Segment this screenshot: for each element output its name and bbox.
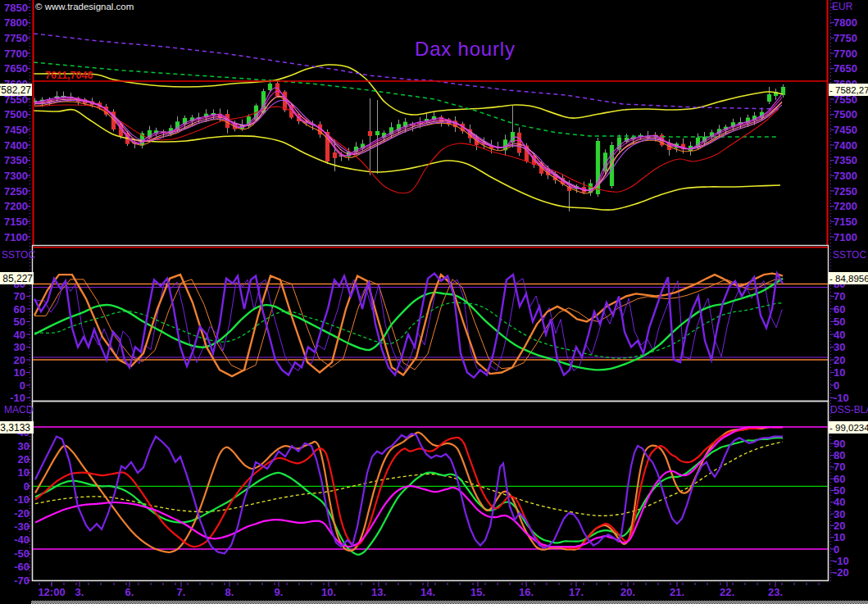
- svg-text:7300: 7300: [834, 170, 857, 182]
- svg-text:70: 70: [834, 461, 845, 473]
- svg-text:85,227: 85,227: [2, 273, 33, 284]
- svg-text:0: 0: [834, 543, 839, 556]
- svg-text:14.: 14.: [420, 586, 435, 598]
- svg-text:-10: -10: [834, 555, 849, 567]
- svg-text:7400: 7400: [4, 139, 28, 152]
- svg-text:7100: 7100: [834, 231, 857, 243]
- svg-text:50: 50: [834, 484, 845, 497]
- svg-text:30: 30: [834, 341, 845, 353]
- svg-text:7450: 7450: [834, 124, 857, 136]
- svg-text:50: 50: [14, 316, 25, 328]
- svg-text:10.: 10.: [321, 586, 336, 598]
- svg-text:7450: 7450: [4, 124, 28, 136]
- svg-text:60: 60: [834, 473, 845, 485]
- svg-text:7150: 7150: [4, 216, 28, 228]
- svg-text:16.: 16.: [519, 586, 534, 598]
- svg-text:70: 70: [834, 290, 845, 302]
- svg-text:10: 10: [834, 531, 845, 543]
- svg-text:7650: 7650: [834, 62, 857, 75]
- svg-text:21.: 21.: [670, 586, 684, 598]
- svg-text:- 84,8956: - 84,8956: [829, 274, 868, 284]
- svg-text:60: 60: [14, 303, 25, 316]
- svg-text:23.: 23.: [768, 586, 783, 598]
- svg-text:-20: -20: [834, 566, 849, 579]
- svg-text:90: 90: [834, 438, 845, 450]
- svg-text:15.: 15.: [470, 586, 485, 598]
- svg-text:10: 10: [834, 366, 845, 379]
- svg-text:7300: 7300: [4, 170, 28, 182]
- svg-text:7750: 7750: [4, 32, 28, 44]
- svg-text:40: 40: [834, 329, 845, 341]
- svg-text:MACD: MACD: [4, 404, 34, 416]
- svg-text:DSS-BLA: DSS-BLA: [830, 404, 868, 416]
- svg-text:20.: 20.: [620, 586, 635, 598]
- svg-text:7611,7046: 7611,7046: [45, 70, 93, 81]
- svg-text:7500: 7500: [834, 108, 857, 120]
- svg-text:40: 40: [834, 496, 845, 508]
- svg-text:22.: 22.: [720, 586, 734, 598]
- svg-text:Dax hourly: Dax hourly: [415, 38, 516, 60]
- svg-text:9.: 9.: [275, 586, 284, 598]
- svg-text:20: 20: [834, 354, 845, 366]
- svg-text:70: 70: [14, 290, 25, 302]
- svg-text:7700: 7700: [4, 48, 28, 60]
- svg-text:40: 40: [14, 329, 25, 341]
- svg-text:7500: 7500: [4, 108, 28, 120]
- svg-text:7250: 7250: [834, 185, 857, 198]
- svg-text:7350: 7350: [834, 154, 857, 166]
- svg-text:20: 20: [14, 354, 25, 366]
- svg-text:7.: 7.: [177, 586, 186, 598]
- svg-text:7800: 7800: [834, 16, 857, 29]
- svg-text:- 99,0234: - 99,0234: [829, 423, 868, 433]
- svg-text:0: 0: [834, 379, 839, 392]
- svg-text:17.: 17.: [569, 586, 584, 598]
- svg-text:13.: 13.: [371, 586, 386, 598]
- svg-text:20: 20: [834, 520, 845, 532]
- svg-text:50: 50: [834, 316, 845, 328]
- svg-text:EUR: EUR: [832, 1, 853, 12]
- svg-text:7250: 7250: [4, 185, 28, 198]
- svg-text:30: 30: [14, 341, 25, 353]
- svg-text:33,3133: 33,3133: [0, 422, 30, 434]
- svg-text:© www.tradesignal.com: © www.tradesignal.com: [35, 2, 134, 11]
- svg-text:6.: 6.: [125, 586, 134, 598]
- svg-text:7582,27: 7582,27: [0, 84, 31, 96]
- svg-text:80: 80: [834, 449, 845, 461]
- svg-text:7650: 7650: [4, 62, 28, 75]
- svg-text:SSTOC: SSTOC: [833, 249, 866, 261]
- svg-text:-10: -10: [10, 392, 25, 404]
- svg-text:7200: 7200: [834, 200, 857, 212]
- svg-text:7700: 7700: [834, 48, 857, 60]
- svg-text:7800: 7800: [4, 16, 28, 29]
- svg-text:60: 60: [834, 303, 845, 316]
- svg-text:7350: 7350: [4, 154, 28, 166]
- svg-text:SSTOC: SSTOC: [2, 249, 35, 261]
- svg-text:30: 30: [834, 508, 845, 520]
- svg-text:8.: 8.: [225, 586, 234, 598]
- svg-text:7150: 7150: [834, 216, 857, 228]
- svg-text:7100: 7100: [4, 231, 28, 243]
- svg-text:0: 0: [20, 379, 25, 392]
- svg-text:12:00: 12:00: [38, 586, 65, 598]
- svg-text:- 7582,27: - 7582,27: [829, 85, 868, 95]
- svg-text:3.: 3.: [75, 586, 84, 598]
- svg-text:-10: -10: [834, 392, 849, 404]
- svg-text:10: 10: [14, 366, 25, 379]
- svg-text:7200: 7200: [4, 200, 28, 212]
- svg-text:7400: 7400: [834, 139, 857, 152]
- svg-text:7750: 7750: [834, 32, 857, 44]
- svg-text:7850: 7850: [4, 2, 28, 14]
